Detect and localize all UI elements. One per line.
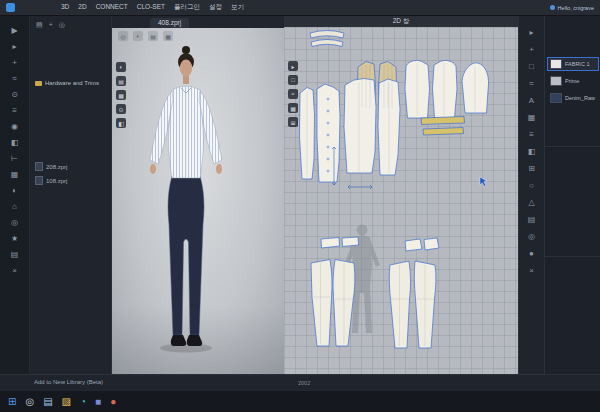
circle-tool-icon[interactable]: ○	[529, 181, 534, 190]
avatar-pants[interactable]	[168, 176, 204, 335]
panel-divider	[545, 256, 600, 257]
pattern-sleeve[interactable]	[462, 63, 489, 113]
fold-tool-icon[interactable]: ◧	[528, 147, 536, 156]
edit-pattern-icon[interactable]: □	[288, 75, 298, 85]
grid-toggle-icon[interactable]: ▦	[288, 103, 298, 113]
app-window-icon[interactable]: ■	[95, 396, 101, 408]
pin-tool-icon[interactable]: ⊙	[11, 90, 18, 99]
pattern-cuff-top[interactable]	[421, 117, 465, 125]
add-point-tool-icon[interactable]: +	[529, 45, 534, 54]
sewing-tool-icon[interactable]: ≈	[12, 74, 16, 83]
avatar-hand-right	[216, 164, 222, 174]
pattern-cuff-bottom[interactable]	[423, 128, 464, 136]
menu-closet[interactable]: CLO-SET	[137, 3, 165, 12]
menu-3d[interactable]: 3D	[61, 3, 69, 12]
menu-connect[interactable]: CONNECT	[96, 3, 128, 12]
media-app-icon[interactable]: ●	[110, 396, 116, 408]
delete-tool-icon-2d[interactable]: ×	[529, 266, 534, 275]
pattern-yoke-right-2[interactable]	[424, 238, 439, 250]
pin-display-icon[interactable]: ⊙	[116, 104, 126, 114]
select-pattern-icon[interactable]: ▸	[288, 61, 298, 71]
rectangle-tool-icon[interactable]: □	[529, 62, 534, 71]
account-greeting[interactable]: Hello, cnigrave	[550, 5, 594, 11]
render-style-icon[interactable]: ◐	[133, 31, 143, 41]
library-file-208[interactable]: 208.zprj	[35, 162, 109, 171]
pattern-placket-right[interactable]	[317, 84, 340, 182]
library-folder-hardware-and-trims[interactable]: Hardware and Trims	[35, 80, 99, 86]
left-toolbar: ▶▸+≈⊙≡◉◧⊢▦◐⌂◎★▤×	[0, 16, 30, 374]
curve-edit-icon[interactable]: ≈	[288, 89, 298, 99]
avatar-tool-icon[interactable]: ◐	[12, 186, 17, 195]
show-avatar-icon[interactable]: ▤	[148, 31, 158, 41]
avatar-3d[interactable]	[112, 28, 284, 374]
pattern-pant-front-left[interactable]	[389, 261, 410, 348]
status-count: 2002	[298, 380, 310, 386]
camera-tool-icon[interactable]: ◎	[11, 218, 18, 227]
pattern-collar-band-top[interactable]	[310, 31, 344, 39]
viewport-3d-canvas[interactable]: ◎◐▤▦ ◐▤▦⊙◧	[112, 28, 284, 374]
select-move-tool-icon[interactable]: ▸	[12, 42, 16, 51]
fold-arrange-tool-icon[interactable]: ◧	[11, 138, 19, 147]
scene-tool-icon[interactable]: ⌂	[12, 202, 17, 211]
project-tab[interactable]: 408.zprj	[150, 18, 189, 28]
trace-tool-icon[interactable]: ◎	[528, 232, 535, 241]
seam-tool-icon[interactable]: ≡	[529, 130, 534, 139]
fabric-list: FABRIC 1 Prime Denim_Raw	[548, 58, 598, 104]
measure-tool-icon[interactable]: ⊢	[11, 154, 18, 163]
point-tool-icon[interactable]: ●	[529, 249, 534, 258]
grading-tool-icon[interactable]: ⊞	[528, 164, 535, 173]
texture-2d-icon[interactable]: ⊞	[288, 117, 298, 127]
delete-tool-icon[interactable]: ×	[12, 266, 17, 275]
layer-tool-icon[interactable]: ▤	[11, 250, 19, 259]
pattern-front-left[interactable]	[405, 60, 430, 118]
camera-view-icon[interactable]: ◎	[118, 31, 128, 41]
avatar-display-icon[interactable]: ◐	[116, 62, 126, 72]
select-tool-2d-icon[interactable]: ▸	[529, 28, 533, 37]
pattern-waistband-left-1[interactable]	[321, 238, 340, 249]
curve-tool-icon[interactable]: ≈	[529, 79, 533, 88]
simulate-tool-icon[interactable]: ▶	[11, 26, 17, 35]
menu-settings[interactable]: 설정	[209, 3, 222, 12]
text-tool-icon[interactable]: A	[529, 96, 534, 105]
file-explorer-icon[interactable]: ▨	[62, 396, 71, 408]
pattern-front-right[interactable]	[433, 60, 458, 118]
task-view-icon[interactable]: ▤	[43, 396, 52, 408]
add-tool-icon[interactable]: +	[12, 58, 17, 67]
add-to-new-library-button[interactable]: Add to New Library (Beta)	[34, 379, 103, 385]
edge-browser-icon[interactable]: ◔	[80, 396, 86, 408]
menu-plugin[interactable]: 플러그인	[174, 3, 200, 12]
library-file-list: 208.zprj 108.zprj	[35, 162, 109, 185]
layer-tool-icon-2d[interactable]: ▤	[528, 215, 536, 224]
library-add-icon[interactable]: +	[49, 20, 53, 29]
pattern-collar-band-bottom[interactable]	[311, 40, 343, 47]
avatar-shoe-left	[171, 335, 186, 346]
fabric-item-prime[interactable]: Prime	[548, 75, 598, 87]
pattern-bodice-center-left[interactable]	[344, 79, 376, 174]
search-icon[interactable]: ◎	[25, 396, 34, 408]
mesh-display-icon[interactable]: ▦	[116, 90, 126, 100]
pattern-pant-back-left[interactable]	[311, 260, 332, 347]
library-file-108[interactable]: 108.zprj	[35, 176, 109, 185]
menu-view[interactable]: 보기	[231, 3, 244, 12]
menubar: 3D2DCONNECTCLO-SET플러그인설정보기 Hello, cnigra…	[0, 0, 600, 16]
light-tool-icon[interactable]: ★	[11, 234, 18, 243]
library-search-icon[interactable]: ◎	[59, 20, 65, 29]
start-button-icon[interactable]: ⊞	[8, 396, 16, 408]
fabric-item-fabric1[interactable]: FABRIC 1	[548, 58, 598, 70]
pattern-waistband-left-2[interactable]	[342, 237, 359, 247]
pattern-mesh-icon[interactable]: ▦	[528, 113, 536, 122]
show-grid-icon[interactable]: ▦	[163, 31, 173, 41]
cloth-display-icon[interactable]: ▤	[116, 76, 126, 86]
zipper-tool-icon[interactable]: ≡	[12, 106, 17, 115]
fabric-tool-icon[interactable]: ▦	[11, 170, 19, 179]
texture-display-icon[interactable]: ◧	[116, 118, 126, 128]
dart-tool-icon[interactable]: △	[528, 198, 534, 207]
viewport-2d-canvas[interactable]: ▸□≈▦⊞	[284, 27, 518, 374]
status-bar: Add to New Library (Beta) 2002	[0, 374, 600, 391]
viewport-2d-side-toolbar: ▸□≈▦⊞	[288, 61, 298, 127]
fabric-item-denim-raw[interactable]: Denim_Raw	[548, 92, 598, 104]
pattern-yoke-right-1[interactable]	[405, 239, 422, 251]
library-list-icon[interactable]: ▤	[36, 20, 43, 29]
menu-2d[interactable]: 2D	[78, 3, 86, 12]
button-tool-icon[interactable]: ◉	[11, 122, 18, 131]
